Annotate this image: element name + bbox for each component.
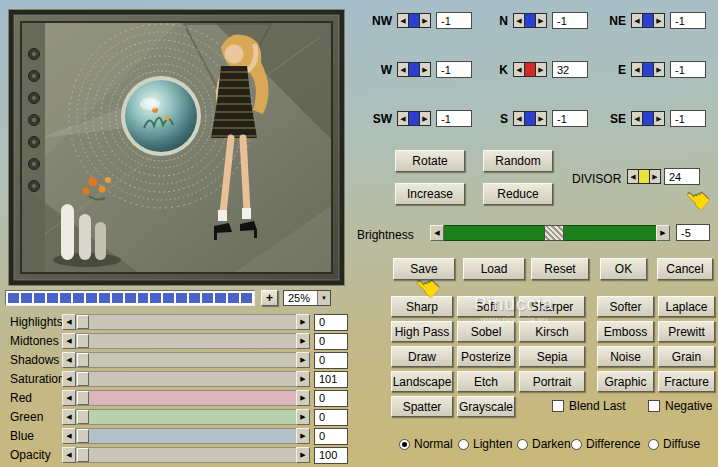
spinner-left-arrow[interactable]: ◀ xyxy=(398,14,408,27)
filter-emboss-button[interactable]: Emboss xyxy=(597,321,654,342)
mode-radio-darken[interactable]: Darken xyxy=(517,437,571,451)
filter-softer-button[interactable]: Softer xyxy=(597,296,654,317)
filter-fracture-button[interactable]: Fracture xyxy=(658,371,715,392)
divisor-value[interactable]: 24 xyxy=(664,168,700,185)
filter-landscape-button[interactable]: Landscape xyxy=(391,371,453,392)
filter-prewitt-button[interactable]: Prewitt xyxy=(658,321,715,342)
brightness-value[interactable]: -5 xyxy=(676,224,710,241)
slider-left-arrow[interactable]: ◀ xyxy=(62,409,76,425)
kernel-value-w[interactable]: -1 xyxy=(436,61,472,78)
filter-laplace-button[interactable]: Laplace xyxy=(658,296,715,317)
midtones-value[interactable]: 0 xyxy=(314,333,348,350)
kernel-value-sw[interactable]: -1 xyxy=(436,110,472,127)
slider-right-arrow[interactable]: ▶ xyxy=(296,371,310,387)
slider-thumb[interactable] xyxy=(77,448,89,462)
spinner-left-arrow[interactable]: ◀ xyxy=(514,112,524,125)
kernel-spinner-e[interactable]: ◀ ▶ xyxy=(631,62,665,77)
filter-kirsch-button[interactable]: Kirsch xyxy=(519,321,585,342)
kernel-spinner-s[interactable]: ◀ ▶ xyxy=(513,111,547,126)
opacity-slider[interactable]: ◀ ▶ xyxy=(62,447,310,463)
slider-thumb[interactable] xyxy=(77,334,89,348)
random-button[interactable]: Random xyxy=(483,150,553,172)
spinner-right-arrow[interactable]: ▶ xyxy=(536,63,546,76)
spinner-right-arrow[interactable]: ▶ xyxy=(654,14,664,27)
filter-sepia-button[interactable]: Sepia xyxy=(519,346,585,367)
checkbox-box[interactable] xyxy=(552,400,564,412)
mode-radio-normal[interactable]: Normal xyxy=(399,437,453,451)
kernel-value-ne[interactable]: -1 xyxy=(670,12,706,29)
filter-spatter-button[interactable]: Spatter xyxy=(391,396,453,417)
spinner-left-arrow[interactable]: ◀ xyxy=(514,63,524,76)
filter-grain-button[interactable]: Grain xyxy=(658,346,715,367)
rotate-button[interactable]: Rotate xyxy=(395,150,465,172)
spinner-right-arrow[interactable]: ▶ xyxy=(420,63,430,76)
kernel-value-k[interactable]: 32 xyxy=(552,61,588,78)
slider-thumb[interactable] xyxy=(77,353,89,367)
slider-left-arrow[interactable]: ◀ xyxy=(62,314,76,330)
spinner-left-arrow[interactable]: ◀ xyxy=(632,63,642,76)
filter-soft-button[interactable]: Soft xyxy=(457,296,515,317)
slider-left-arrow[interactable]: ◀ xyxy=(62,447,76,463)
red-value[interactable]: 0 xyxy=(314,390,348,407)
spinner-left-arrow[interactable]: ◀ xyxy=(632,14,642,27)
filter-sharp-button[interactable]: Sharp xyxy=(391,296,453,317)
mode-radio-difference[interactable]: Difference xyxy=(571,437,640,451)
slider-right-arrow[interactable]: ▶ xyxy=(296,314,310,330)
kernel-spinner-w[interactable]: ◀ ▶ xyxy=(397,62,431,77)
ok-button[interactable]: OK xyxy=(600,258,647,280)
dropdown-arrow-icon[interactable]: ▼ xyxy=(317,291,330,305)
spinner-left-arrow[interactable]: ◀ xyxy=(398,112,408,125)
kernel-value-nw[interactable]: -1 xyxy=(436,12,472,29)
filter-portrait-button[interactable]: Portrait xyxy=(519,371,585,392)
spinner-right-arrow[interactable]: ▶ xyxy=(536,112,546,125)
spinner-right-arrow[interactable]: ▶ xyxy=(536,14,546,27)
slider-right-arrow[interactable]: ▶ xyxy=(296,390,310,406)
increase-button[interactable]: Increase xyxy=(395,183,465,205)
slider-right-arrow[interactable]: ▶ xyxy=(296,333,310,349)
kernel-spinner-ne[interactable]: ◀ ▶ xyxy=(631,13,665,28)
reduce-button[interactable]: Reduce xyxy=(483,183,553,205)
highlights-slider[interactable]: ◀ ▶ xyxy=(62,314,310,330)
filter-noise-button[interactable]: Noise xyxy=(597,346,654,367)
brightness-thumb[interactable] xyxy=(544,225,564,241)
filter-graphic-button[interactable]: Graphic xyxy=(597,371,654,392)
kernel-value-n[interactable]: -1 xyxy=(552,12,588,29)
slider-thumb[interactable] xyxy=(77,429,89,443)
kernel-spinner-nw[interactable]: ◀ ▶ xyxy=(397,13,431,28)
mode-radio-diffuse[interactable]: Diffuse xyxy=(648,437,700,451)
saturation-slider[interactable]: ◀ ▶ xyxy=(62,371,310,387)
zoom-plus-button[interactable]: + xyxy=(261,290,278,306)
spinner-left-arrow[interactable]: ◀ xyxy=(628,170,638,183)
spinner-left-arrow[interactable]: ◀ xyxy=(632,112,642,125)
spinner-right-arrow[interactable]: ▶ xyxy=(420,112,430,125)
spinner-left-arrow[interactable]: ◀ xyxy=(398,63,408,76)
green-value[interactable]: 0 xyxy=(314,409,348,426)
slider-right-arrow[interactable]: ▶ xyxy=(296,352,310,368)
blue-value[interactable]: 0 xyxy=(314,428,348,445)
kernel-spinner-k[interactable]: ◀ ▶ xyxy=(513,62,547,77)
highlights-value[interactable]: 0 xyxy=(314,314,348,331)
slider-thumb[interactable] xyxy=(77,315,89,329)
blue-slider[interactable]: ◀ ▶ xyxy=(62,428,310,444)
slider-right-arrow[interactable]: ▶ xyxy=(296,447,310,463)
scrollbar-left-arrow[interactable]: ◀ xyxy=(430,225,444,241)
slider-left-arrow[interactable]: ◀ xyxy=(62,333,76,349)
zoom-select[interactable]: 25% ▼ xyxy=(283,290,331,306)
kernel-value-e[interactable]: -1 xyxy=(670,61,706,78)
opacity-value[interactable]: 100 xyxy=(314,447,348,464)
filter-sobel-button[interactable]: Sobel xyxy=(457,321,515,342)
saturation-value[interactable]: 101 xyxy=(314,371,348,388)
radio-dot[interactable] xyxy=(648,439,659,450)
slider-thumb[interactable] xyxy=(77,372,89,386)
slider-left-arrow[interactable]: ◀ xyxy=(62,428,76,444)
radio-dot[interactable] xyxy=(458,439,469,450)
divisor-spinner[interactable]: ◀ ▶ xyxy=(627,169,661,184)
kernel-spinner-n[interactable]: ◀ ▶ xyxy=(513,13,547,28)
radio-dot[interactable] xyxy=(399,439,410,450)
filter-draw-button[interactable]: Draw xyxy=(391,346,453,367)
kernel-spinner-se[interactable]: ◀ ▶ xyxy=(631,111,665,126)
kernel-value-se[interactable]: -1 xyxy=(670,110,706,127)
spinner-right-arrow[interactable]: ▶ xyxy=(654,63,664,76)
reset-button[interactable]: Reset xyxy=(531,258,589,280)
mode-radio-lighten[interactable]: Lighten xyxy=(458,437,512,451)
